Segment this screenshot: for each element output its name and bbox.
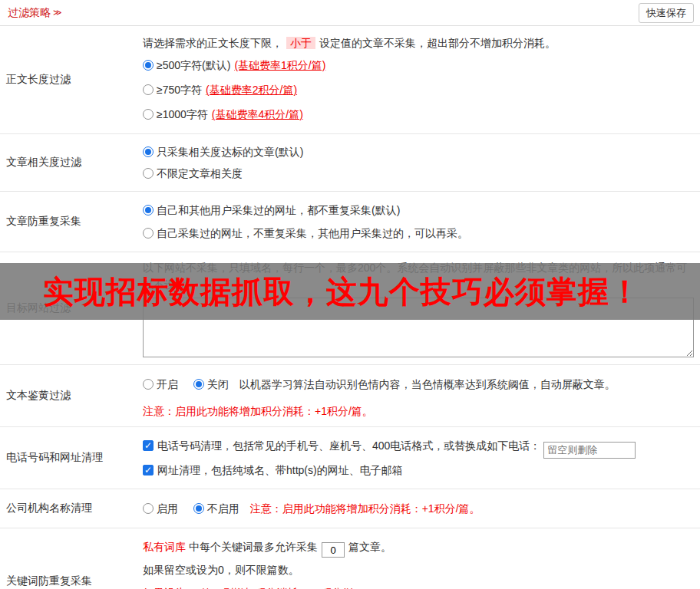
radio-option-porn-off[interactable]: 关闭 (193, 378, 229, 390)
row-label-phone-url: 电话号码和网址清理 (0, 427, 137, 489)
option-label: ≥500字符(默认) (157, 59, 230, 71)
row-label-relevance: 文章相关度过滤 (0, 134, 137, 191)
radio-checked-icon[interactable] (143, 60, 154, 71)
line1-text-end: 篇文章。 (348, 541, 391, 553)
row-relevance-filter: 文章相关度过滤 只采集相关度达标的文章(默认) 不限定文章相关度 (0, 134, 700, 192)
row-label-porn-filter: 文本鉴黄过滤 (0, 365, 137, 426)
checkbox-checked-icon[interactable] (143, 465, 154, 475)
radio-unchecked-icon[interactable] (143, 503, 154, 514)
checkbox-checked-icon[interactable] (143, 440, 154, 451)
radio-checked-icon[interactable] (143, 205, 154, 216)
radio-unchecked-icon[interactable] (143, 109, 154, 120)
radio-option-company-on[interactable]: 启用 (143, 502, 178, 515)
porn-filter-fee-note: 注意：启用此功能将增加积分消耗：+1积分/篇。 (143, 403, 694, 420)
option-label: ≥1000字符 (157, 108, 208, 120)
row-label-body-length: 正文长度过滤 (0, 26, 137, 133)
radio-checked-icon[interactable] (193, 379, 204, 390)
option-label: 关闭 (207, 378, 229, 390)
row-phone-url-cleanup: 电话号码和网址清理 电话号码清理，包括常见的手机号、座机号、400电话格式，或替… (0, 427, 700, 489)
radio-option-relevance-any[interactable]: 不限定文章相关度 (143, 163, 694, 184)
row-content-company-cleanup: 启用 不启用 注意：启用此功能将增加积分消耗：+1积分/篇。 (137, 489, 700, 528)
radio-option-company-off[interactable]: 不启用 (193, 502, 239, 515)
row-content-body-length: 请选择需求的正文长度下限，小于设定值的文章不采集，超出部分不增加积分消耗。 ≥5… (137, 26, 700, 133)
checkbox-option-url-cleanup[interactable]: 网址清理，包括纯域名、带http(s)的网址、电子邮箱 (143, 459, 694, 482)
radio-checked-icon[interactable] (193, 503, 204, 514)
radio-option-length-1000[interactable]: ≥1000字符(基础费率4积分/篇) (143, 102, 694, 127)
porn-filter-options-line: 开启 关闭 以机器学习算法自动识别色情内容，当色情概率达到系统阈值，自动屏蔽文章… (143, 372, 694, 397)
row-content-relevance: 只采集相关度达标的文章(默认) 不限定文章相关度 (137, 134, 700, 191)
company-cleanup-options-line: 启用 不启用 注意：启用此功能将增加积分消耗：+1积分/篇。 (143, 496, 694, 521)
row-keyword-dedup: 关键词防重复采集 私有词库中每个关键词最多允许采集篇文章。 如果留空或设为0，则… (0, 528, 700, 589)
option-label: 开启 (157, 378, 178, 390)
row-dedup-filter: 文章防重复采集 自己和其他用户采集过的网址，都不重复采集(默认) 自己采集过的网… (0, 192, 700, 252)
page-title: 过滤策略 (8, 6, 51, 20)
row-company-name-cleanup: 公司机构名称清理 启用 不启用 注意：启用此功能将增加积分消耗：+1积分/篇。 (0, 489, 700, 528)
option-label: 不限定文章相关度 (157, 167, 243, 179)
row-content-phone-url: 电话号码清理，包括常见的手机号、座机号、400电话格式，或替换成如下电话： 网址… (137, 427, 700, 489)
less-than-highlight: 小于 (286, 37, 315, 49)
option-label: ≥750字符 (157, 84, 202, 96)
option-label: 不启用 (207, 502, 239, 515)
radio-unchecked-icon[interactable] (143, 379, 154, 390)
radio-option-dedup-self-only[interactable]: 自己采集过的网址，不重复采集，其他用户采集过的，可以再采。 (143, 222, 694, 245)
keyword-limit-line3: 如果设为1-4篇，则增加积分消耗：+2积分/篇。 (143, 581, 694, 589)
option-label: 网址清理，包括纯域名、带http(s)的网址、电子邮箱 (157, 464, 403, 476)
porn-filter-desc: 以机器学习算法自动识别色情内容，当色情概率达到系统阈值，自动屏蔽文章。 (239, 378, 616, 390)
keyword-max-count-input[interactable] (322, 542, 345, 558)
collapse-chevron-icon[interactable]: ≫ (53, 8, 62, 18)
row-body-length-filter: 正文长度过滤 请选择需求的正文长度下限，小于设定值的文章不采集，超出部分不增加积… (0, 26, 700, 134)
option-label: 只采集相关度达标的文章(默认) (157, 146, 303, 158)
ad-banner-text: 实现招标数据抓取，这九个技巧必须掌握！ (0, 271, 641, 313)
radio-unchecked-icon[interactable] (143, 168, 154, 179)
radio-option-length-750[interactable]: ≥750字符(基础费率2积分/篇) (143, 77, 694, 102)
radio-option-porn-on[interactable]: 开启 (143, 378, 178, 390)
radio-option-dedup-all-users[interactable]: 自己和其他用户采集过的网址，都不重复采集(默认) (143, 199, 694, 222)
row-content-porn-filter: 开启 关闭 以机器学习算法自动识别色情内容，当色情概率达到系统阈值，自动屏蔽文章… (137, 365, 700, 426)
private-lexicon-link[interactable]: 私有词库 (143, 541, 186, 553)
radio-unchecked-icon[interactable] (143, 228, 154, 239)
page-header: 过滤策略 ≫ 快速保存 (0, 0, 700, 26)
page-title-wrap: 过滤策略 ≫ (8, 6, 62, 20)
row-porn-filter: 文本鉴黄过滤 开启 关闭 以机器学习算法自动识别色情内容，当色情概率达到系统阈值… (0, 365, 700, 427)
ad-overlay-banner: 实现招标数据抓取，这九个技巧必须掌握！ (0, 263, 700, 320)
company-cleanup-fee-note: 注意：启用此功能将增加积分消耗：+1积分/篇。 (250, 502, 480, 515)
option-fee-note: (基础费率4积分/篇) (212, 108, 303, 120)
body-length-intro: 请选择需求的正文长度下限，小于设定值的文章不采集，超出部分不增加积分消耗。 (143, 33, 694, 53)
phone-replacement-input[interactable] (543, 442, 636, 459)
option-label: 电话号码清理，包括常见的手机号、座机号、400电话格式，或替换成如下电话： (157, 439, 540, 452)
option-label: 自己采集过的网址，不重复采集，其他用户采集过的，可以再采。 (157, 227, 468, 239)
intro-text-after: 设定值的文章不采集，超出部分不增加积分消耗。 (319, 37, 556, 49)
radio-unchecked-icon[interactable] (143, 84, 154, 95)
radio-checked-icon[interactable] (143, 146, 154, 157)
checkbox-option-phone-cleanup[interactable]: 电话号码清理，包括常见的手机号、座机号、400电话格式，或替换成如下电话： (143, 434, 694, 459)
radio-option-relevance-strict[interactable]: 只采集相关度达标的文章(默认) (143, 141, 694, 163)
radio-option-length-500[interactable]: ≥500字符(默认)(基础费率1积分/篇) (143, 53, 694, 77)
row-label-dedup: 文章防重复采集 (0, 192, 137, 252)
quick-save-button[interactable]: 快速保存 (639, 3, 694, 23)
filter-strategy-page: 过滤策略 ≫ 快速保存 正文长度过滤 请选择需求的正文长度下限，小于设定值的文章… (0, 0, 700, 589)
row-content-dedup: 自己和其他用户采集过的网址，都不重复采集(默认) 自己采集过的网址，不重复采集，… (137, 192, 700, 252)
keyword-limit-line1: 私有词库中每个关键词最多允许采集篇文章。 (143, 535, 694, 558)
row-label-keyword-dedup: 关键词防重复采集 (0, 528, 137, 589)
line1-text: 中每个关键词最多允许采集 (189, 541, 318, 553)
keyword-limit-line2: 如果留空或设为0，则不限篇数。 (143, 558, 694, 581)
option-fee-note: (基础费率1积分/篇) (234, 59, 325, 71)
intro-text-before: 请选择需求的正文长度下限， (143, 37, 282, 49)
row-label-company-cleanup: 公司机构名称清理 (0, 489, 137, 528)
option-label: 自己和其他用户采集过的网址，都不重复采集(默认) (157, 204, 400, 216)
option-fee-note: (基础费率2积分/篇) (206, 84, 297, 96)
option-label: 启用 (157, 502, 178, 515)
row-content-keyword-dedup: 私有词库中每个关键词最多允许采集篇文章。 如果留空或设为0，则不限篇数。 如果设… (137, 528, 700, 589)
